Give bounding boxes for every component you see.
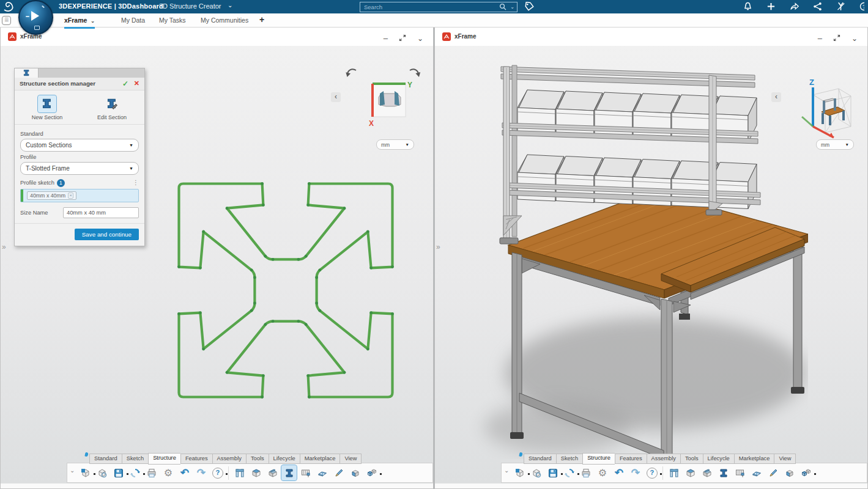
ribbon-tab[interactable]: Tools: [680, 454, 703, 464]
ribbon-tab[interactable]: Tools: [246, 454, 269, 464]
search-input[interactable]: [363, 3, 499, 11]
undo-button[interactable]: [177, 465, 192, 480]
ribbon-tab[interactable]: Marketplace: [734, 454, 774, 464]
assembly-tool-button[interactable]: [798, 465, 814, 480]
frame-tool-button[interactable]: [666, 465, 681, 480]
panel-tool-button[interactable]: [732, 465, 747, 480]
solid-tool-button[interactable]: [347, 465, 363, 480]
open-box-tool-button[interactable]: [265, 465, 280, 480]
panel-tool-button[interactable]: [298, 465, 313, 480]
tab-xframe[interactable]: xFrame⌄: [64, 13, 95, 29]
print-button[interactable]: [578, 465, 593, 480]
profile-select[interactable]: T-Slotted Frame: [20, 162, 139, 175]
collapse-widget-chevron[interactable]: [771, 92, 781, 102]
ribbon-tab[interactable]: Assembly: [647, 454, 680, 464]
share-arrow-icon[interactable]: [790, 2, 799, 12]
redo-button[interactable]: [628, 465, 643, 480]
plate-tool-button[interactable]: [749, 465, 764, 480]
open-part-button[interactable]: [529, 465, 544, 480]
tab-my-tasks[interactable]: My Tasks: [159, 13, 186, 27]
panel-expander-icon[interactable]: [2, 243, 6, 251]
settings-gear-icon[interactable]: [595, 465, 610, 480]
frame-tool-button[interactable]: [232, 465, 247, 480]
kebab-menu-icon[interactable]: [133, 179, 139, 186]
profile-sketch-field[interactable]: 40mm x 40mm: [20, 189, 139, 202]
view-cube-widget[interactable]: Z X: [795, 76, 856, 147]
section-tool-button[interactable]: [716, 465, 731, 480]
save-button[interactable]: [111, 465, 126, 480]
split-solid-tool-button[interactable]: [248, 465, 264, 480]
3dexperience-compass-logo[interactable]: [18, 0, 53, 35]
ribbon-tab[interactable]: Structure: [148, 453, 180, 465]
chip-remove-icon[interactable]: [68, 193, 73, 199]
split-solid-tool-button[interactable]: [683, 465, 698, 480]
save-and-continue-button[interactable]: Save and continue: [75, 229, 139, 240]
redo-button[interactable]: [193, 465, 209, 480]
open-box-tool-button[interactable]: [699, 465, 714, 480]
search-icon[interactable]: [499, 2, 506, 13]
close-icon[interactable]: [134, 79, 139, 87]
size-name-input[interactable]: [63, 207, 139, 218]
help-icon[interactable]: ?: [859, 2, 864, 12]
edit-section-button[interactable]: Edit Section: [80, 95, 144, 120]
ribbon-tab[interactable]: View: [339, 454, 362, 464]
collapse-chevron-button[interactable]: [851, 32, 858, 43]
edit-tool-button[interactable]: [765, 465, 781, 480]
new-part-button[interactable]: [78, 465, 93, 480]
notifications-bell-icon[interactable]: [743, 2, 753, 12]
ribbon-tab[interactable]: Structure: [582, 453, 615, 465]
collapse-chevron-button[interactable]: [417, 32, 423, 43]
workbench-3d-model[interactable]: [466, 56, 808, 459]
new-section-button[interactable]: New Section: [15, 95, 80, 120]
tab-chevron-icon[interactable]: ⌄: [91, 18, 95, 24]
minimize-button[interactable]: [384, 32, 388, 43]
panel-header[interactable]: xFrame: [1, 28, 433, 46]
units-dropdown[interactable]: mm: [816, 139, 854, 150]
global-search[interactable]: ⌄: [360, 2, 517, 12]
open-part-button[interactable]: [94, 465, 109, 480]
profile-sketch-canvas[interactable]: [177, 182, 395, 399]
plate-tool-button[interactable]: [314, 465, 330, 480]
panel-expander-icon[interactable]: [436, 243, 440, 251]
collapse-widget-chevron[interactable]: [331, 92, 341, 102]
help-button[interactable]: [644, 465, 659, 480]
units-dropdown[interactable]: mm: [376, 139, 414, 150]
ribbon-tab[interactable]: View: [774, 454, 796, 464]
update-button[interactable]: [562, 465, 577, 480]
ribbon-tab[interactable]: Features: [180, 454, 212, 464]
ribbon-tab[interactable]: Standard: [89, 454, 122, 464]
tab-my-data[interactable]: My Data: [121, 13, 145, 27]
print-button[interactable]: [144, 465, 159, 480]
ribbon-tab[interactable]: Standard: [524, 454, 556, 464]
panel-header[interactable]: xFrame: [435, 28, 867, 46]
toolbar-collapse-icon[interactable]: [504, 467, 509, 474]
ribbon-tab[interactable]: Lifecycle: [269, 454, 300, 464]
sketch-chip[interactable]: 40mm x 40mm: [27, 191, 76, 200]
undo-button[interactable]: [611, 465, 626, 480]
section-manager-tab[interactable]: [15, 68, 39, 78]
add-content-icon[interactable]: [766, 2, 776, 12]
assembly-tool-button[interactable]: [364, 465, 379, 480]
ribbon-tab[interactable]: Assembly: [212, 454, 246, 464]
edit-tool-button[interactable]: [331, 465, 346, 480]
expand-button[interactable]: [399, 33, 406, 44]
section-tool-button[interactable]: [281, 465, 297, 480]
tag-icon[interactable]: [525, 2, 535, 12]
ribbon-tab[interactable]: Sketch: [122, 454, 148, 464]
search-scope-chevron-icon[interactable]: ⌄: [510, 4, 514, 10]
toolbar-collapse-icon[interactable]: [70, 467, 75, 474]
expand-button[interactable]: [833, 33, 840, 44]
ribbon-tab[interactable]: Features: [615, 454, 647, 464]
add-tab-button[interactable]: +: [259, 15, 264, 24]
tab-my-communities[interactable]: My Communities: [201, 13, 248, 27]
share-network-icon[interactable]: [813, 2, 823, 12]
app-switcher-chevron-icon[interactable]: ⌄: [228, 2, 232, 9]
view-axes-widget[interactable]: Y X: [366, 78, 407, 118]
settings-gear-icon[interactable]: [160, 465, 176, 480]
minimize-button[interactable]: [818, 32, 822, 43]
ribbon-tab[interactable]: Lifecycle: [703, 454, 734, 464]
collaboration-icon[interactable]: [836, 2, 846, 12]
standard-select[interactable]: Custom Sections: [20, 139, 139, 152]
ribbon-tab[interactable]: Marketplace: [300, 454, 340, 464]
sketch-viewport[interactable]: Y X mm Structure section manager New Sec…: [1, 46, 433, 483]
